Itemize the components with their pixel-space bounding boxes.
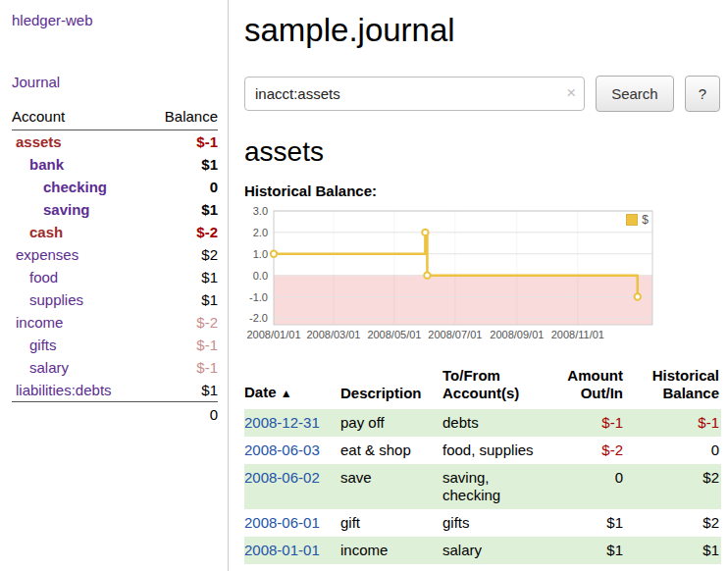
transaction-description: eat & shop: [340, 437, 442, 464]
account-balance: $-2: [146, 311, 218, 334]
svg-text:2008/07/01: 2008/07/01: [428, 329, 482, 340]
page-title: sample.journal: [244, 12, 720, 49]
search-bar: × Search ?: [244, 76, 720, 112]
account-balance: $1: [146, 153, 218, 176]
transaction-balance: $2: [633, 464, 721, 509]
account-link[interactable]: assets: [16, 133, 62, 150]
sidebar-item-journal[interactable]: Journal: [12, 74, 218, 90]
transaction-date-link[interactable]: 2008-06-03: [244, 441, 320, 458]
sidebar: hledger-web Journal Account Balance asse…: [0, 0, 229, 571]
accounts-header-balance: Balance: [146, 106, 218, 130]
account-link[interactable]: gifts: [29, 337, 57, 353]
transaction-accounts: gifts: [442, 509, 558, 537]
chart-legend: $: [624, 212, 650, 228]
transaction-accounts: debts: [442, 409, 558, 437]
transaction-amount: $-1: [558, 409, 633, 437]
chart-label: Historical Balance:: [244, 182, 720, 199]
accounts-header-account: Account: [12, 106, 146, 130]
register-header-balance: Historical Balance: [633, 363, 721, 409]
account-link[interactable]: bank: [29, 156, 64, 173]
transaction-amount: $1: [558, 537, 633, 564]
help-button[interactable]: ?: [685, 76, 720, 112]
transaction-description: save: [340, 464, 442, 509]
register-header-description: Description: [340, 363, 442, 409]
account-link[interactable]: saving: [43, 201, 90, 218]
transaction-amount: $-2: [558, 437, 633, 464]
account-link[interactable]: checking: [43, 179, 107, 195]
transaction-accounts: salary: [442, 537, 558, 564]
account-link[interactable]: liabilities:debts: [16, 382, 112, 398]
account-balance: $-1: [146, 130, 218, 154]
legend-swatch-icon: [626, 214, 638, 226]
account-row: liabilities:debts$1: [12, 379, 218, 402]
accounts-total-row: 0: [12, 402, 218, 427]
transaction-date-link[interactable]: 2008-01-01: [244, 542, 320, 558]
svg-text:0.0: 0.0: [253, 270, 268, 282]
account-link[interactable]: expenses: [16, 246, 78, 263]
search-box: ×: [244, 77, 585, 111]
svg-text:2008/09/01: 2008/09/01: [490, 329, 544, 340]
transaction-balance: $2: [633, 509, 721, 537]
account-row: food$1: [12, 266, 218, 288]
account-link[interactable]: cash: [29, 224, 63, 240]
transaction-balance: 0: [633, 437, 721, 464]
account-link[interactable]: salary: [29, 359, 69, 376]
account-row: supplies$1: [12, 288, 218, 311]
transaction-date-link[interactable]: 2008-12-31: [244, 414, 320, 431]
account-balance: $1: [146, 266, 218, 288]
account-link[interactable]: income: [16, 314, 63, 331]
accounts-table: Account Balance assets$-1bank$1checking0…: [12, 106, 218, 426]
svg-text:2008/03/01: 2008/03/01: [306, 329, 360, 340]
register-row: 2008-01-01incomesalary$1$1: [244, 537, 721, 564]
transaction-amount: $1: [558, 509, 633, 537]
svg-text:-2.0: -2.0: [249, 312, 268, 324]
transaction-description: pay off: [340, 409, 442, 437]
account-balance: $1: [146, 379, 218, 402]
transaction-date-link[interactable]: 2008-06-02: [244, 469, 320, 486]
clear-search-icon[interactable]: ×: [566, 83, 576, 103]
accounts-header-row: Account Balance: [12, 106, 218, 130]
historical-balance-chart: $ 3.02.01.00.0-1.0-2.02008/01/012008/03/…: [244, 205, 660, 346]
sort-asc-icon: ▲: [281, 387, 292, 400]
account-row: income$-2: [12, 311, 218, 334]
register-header-amount: Amount Out/In: [558, 363, 633, 409]
svg-text:3.0: 3.0: [253, 205, 268, 217]
account-balance: 0: [146, 176, 218, 198]
account-link[interactable]: supplies: [29, 291, 83, 308]
account-row: salary$-1: [12, 356, 218, 379]
account-balance: $1: [146, 288, 218, 311]
account-row: gifts$-1: [12, 334, 218, 356]
transaction-date-link[interactable]: 2008-06-01: [244, 514, 320, 531]
section-heading: assets: [244, 136, 720, 168]
register-header-date[interactable]: Date ▲: [244, 363, 340, 409]
register-row: 2008-06-01giftgifts$1$2: [244, 509, 721, 537]
search-input[interactable]: [244, 77, 585, 111]
register-header-row: Date ▲ Description To/From Account(s) Am…: [244, 363, 721, 409]
svg-text:-1.0: -1.0: [249, 290, 268, 302]
search-button[interactable]: Search: [596, 76, 674, 112]
chart-svg: 3.02.01.00.0-1.0-2.02008/01/012008/03/01…: [244, 205, 660, 344]
transaction-description: gift: [340, 509, 442, 537]
main-content: sample.journal × Search ? assets Histori…: [244, 0, 728, 564]
svg-text:2008/01/01: 2008/01/01: [246, 329, 300, 340]
app-title-link[interactable]: hledger-web: [12, 12, 218, 28]
account-row: assets$-1: [12, 130, 218, 154]
accounts-total-value: 0: [146, 402, 218, 427]
account-link[interactable]: food: [29, 269, 58, 286]
account-balance: $-1: [146, 356, 218, 379]
hledger-web-page: hledger-web Journal Account Balance asse…: [0, 0, 728, 571]
transaction-accounts: saving, checking: [442, 464, 558, 509]
transaction-balance: $-1: [633, 409, 721, 437]
legend-label: $: [642, 213, 649, 227]
register-row: 2008-06-02savesaving, checking0$2: [244, 464, 721, 509]
account-row: cash$-2: [12, 221, 218, 243]
transaction-amount: 0: [558, 464, 633, 509]
transaction-accounts: food, supplies: [442, 437, 558, 464]
register-header-accounts: To/From Account(s): [442, 363, 558, 409]
transaction-balance: $1: [633, 537, 721, 564]
svg-text:2.0: 2.0: [253, 227, 268, 238]
svg-text:1.0: 1.0: [253, 248, 268, 260]
svg-text:2008/11/01: 2008/11/01: [551, 329, 604, 340]
account-row: saving$1: [12, 198, 218, 221]
account-row: checking0: [12, 176, 218, 198]
